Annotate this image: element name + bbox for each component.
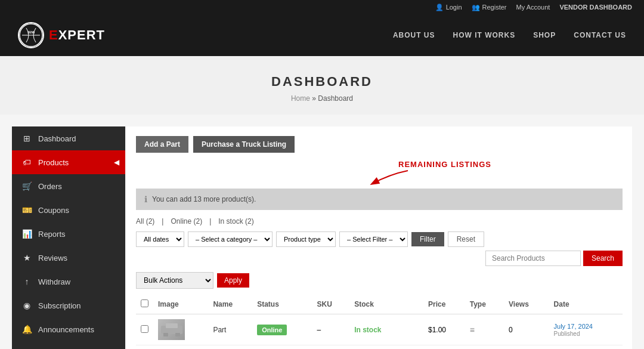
table-row: Part Online – In stock $1.00 ≡ 0 July 17…: [136, 314, 623, 345]
filter-product-type-select[interactable]: Product type: [276, 231, 336, 247]
login-icon: 👤: [435, 4, 444, 11]
th-sku: SKU: [312, 295, 350, 314]
th-name: Name: [208, 295, 252, 314]
filter-tab-online[interactable]: Online (2): [171, 217, 202, 226]
sidebar-item-dashboard[interactable]: ⊞ Dashboard: [12, 126, 125, 150]
select-all-checkbox[interactable]: [141, 299, 148, 307]
main-content: ⊞ Dashboard 🏷 Products ◀ 🛒 Orders 🎫 Coup…: [0, 115, 644, 349]
product-date-0[interactable]: July 17, 2024: [554, 323, 593, 330]
sidebar-item-orders[interactable]: 🛒 Orders: [12, 174, 125, 198]
product-name-0[interactable]: Part: [208, 314, 252, 345]
my-account-link[interactable]: My Account: [516, 4, 550, 11]
svg-rect-4: [166, 323, 178, 328]
filter-category-select[interactable]: – Select a category –: [188, 231, 273, 247]
header: SEMI EXPERT ABOUT US HOW IT WORKS SHOP C…: [0, 14, 644, 56]
announcements-icon: 🔔: [21, 325, 32, 334]
annotation-wrapper: REMAINING LISTINGS: [136, 160, 623, 189]
logo-icon: SEMI: [18, 22, 44, 48]
breadcrumb: Home » Dashboard: [12, 94, 632, 103]
th-type: Type: [465, 295, 504, 314]
product-views-0: 0: [504, 314, 549, 345]
svg-rect-6: [175, 333, 180, 336]
page-title: DASHBOARD: [12, 74, 632, 89]
content-area: Add a Part Purchase a Truck Listing REMA…: [126, 126, 632, 349]
orders-icon: 🛒: [21, 181, 32, 191]
products-table: Image Name Status SKU Stock Price Type V…: [136, 295, 623, 349]
filter-select-filter[interactable]: – Select Filter –: [339, 231, 408, 247]
vendor-dashboard-link[interactable]: VENDOR DASHBOARD: [559, 4, 632, 11]
info-bar: ℹ You can add 13 more product(s).: [136, 189, 623, 210]
nav-how-it-works[interactable]: HOW IT WORKS: [453, 31, 516, 39]
reset-button[interactable]: Reset: [448, 231, 484, 247]
sidebar-item-products[interactable]: 🏷 Products ◀: [12, 150, 125, 174]
th-date: Date: [549, 295, 623, 314]
th-image: Image: [153, 295, 208, 314]
sidebar-item-settings[interactable]: ⚙ Settings ▶: [12, 341, 125, 349]
action-section: Add a Part Purchase a Truck Listing REMA…: [136, 136, 623, 189]
sidebar-item-announcements[interactable]: 🔔 Announcements: [12, 317, 125, 341]
dashboard-icon: ⊞: [21, 134, 32, 143]
sidebar-item-reports[interactable]: 📊 Reports: [12, 222, 125, 246]
purchase-truck-button[interactable]: Purchase a Truck Listing: [193, 136, 295, 153]
sidebar-item-withdraw[interactable]: ↑ Withdraw: [12, 270, 125, 294]
product-type-icon-0[interactable]: ≡: [470, 325, 475, 335]
product-price-1: $1.00: [423, 345, 465, 350]
top-bar: 👤 Login 👥 Register My Account VENDOR DAS…: [0, 0, 644, 14]
sidebar-arrow: ◀: [114, 158, 119, 166]
filter-tabs: All (2) | Online (2) | In stock (2): [136, 217, 623, 226]
apply-button[interactable]: Apply: [217, 273, 249, 288]
nav-about-us[interactable]: ABOUT US: [393, 31, 435, 39]
table-row: Truck Online – In stock × 1 $1.00 ≡ 0 Ju…: [136, 345, 623, 350]
row-checkbox-0[interactable]: [141, 325, 148, 333]
add-part-button[interactable]: Add a Part: [136, 136, 188, 153]
product-image-0: [158, 319, 185, 340]
filter-tab-instock[interactable]: In stock (2): [218, 217, 253, 226]
search-button[interactable]: Search: [583, 251, 623, 266]
register-link[interactable]: 👥 Register: [472, 4, 507, 11]
main-nav: ABOUT US HOW IT WORKS SHOP CONTACT US: [393, 31, 626, 39]
reports-icon: 📊: [21, 229, 32, 239]
action-buttons: Add a Part Purchase a Truck Listing: [136, 136, 623, 153]
nav-shop[interactable]: SHOP: [533, 31, 556, 39]
product-price-0: $1.00: [423, 314, 465, 345]
products-icon: 🏷: [21, 157, 32, 167]
th-price: Price: [423, 295, 465, 314]
breadcrumb-home[interactable]: Home: [291, 94, 310, 103]
filter-dates-select[interactable]: All dates: [136, 231, 184, 247]
nav-contact-us[interactable]: CONTACT US: [574, 31, 626, 39]
logo-text: EXPERT: [49, 27, 105, 43]
sidebar-item-subscription[interactable]: ◉ Subscription: [12, 294, 125, 317]
product-sku-1: –: [312, 345, 350, 350]
bulk-actions-select[interactable]: Bulk Actions: [136, 272, 213, 289]
filter-tab-all[interactable]: All (2): [136, 217, 154, 226]
filter-button[interactable]: Filter: [411, 232, 444, 246]
th-views: Views: [504, 295, 549, 314]
search-input[interactable]: [485, 251, 581, 266]
product-sku-0: –: [312, 314, 350, 345]
th-stock: Stock: [349, 295, 423, 314]
product-views-1: 0: [504, 345, 549, 350]
table-header-row: Image Name Status SKU Stock Price Type V…: [136, 295, 623, 314]
remaining-listings-label: REMAINING LISTINGS: [398, 160, 491, 169]
page-title-area: DASHBOARD Home » Dashboard: [0, 56, 644, 115]
product-date-sub-0: Published: [554, 331, 618, 337]
withdraw-icon: ↑: [21, 277, 32, 286]
coupons-icon: 🎫: [21, 205, 32, 215]
bulk-actions-row: Bulk Actions Apply: [136, 272, 623, 289]
sidebar-item-coupons[interactable]: 🎫 Coupons: [12, 198, 125, 222]
svg-text:SEMI: SEMI: [27, 30, 35, 34]
th-checkbox: [136, 295, 153, 314]
sidebar: ⊞ Dashboard 🏷 Products ◀ 🛒 Orders 🎫 Coup…: [12, 126, 125, 349]
register-icon: 👥: [472, 4, 480, 11]
filter-row: All dates – Select a category – Product …: [136, 231, 623, 266]
svg-rect-5: [163, 333, 168, 336]
subscription-icon: ◉: [21, 301, 32, 310]
logo[interactable]: SEMI EXPERT: [18, 22, 105, 48]
product-stock-0: In stock: [354, 326, 381, 334]
sidebar-item-reviews[interactable]: ★ Reviews: [12, 246, 125, 270]
th-status: Status: [252, 295, 312, 314]
login-link[interactable]: 👤 Login: [435, 4, 462, 11]
status-badge-0: Online: [257, 325, 287, 335]
product-name-1[interactable]: Truck: [208, 345, 252, 350]
info-icon: ℹ: [144, 194, 147, 204]
